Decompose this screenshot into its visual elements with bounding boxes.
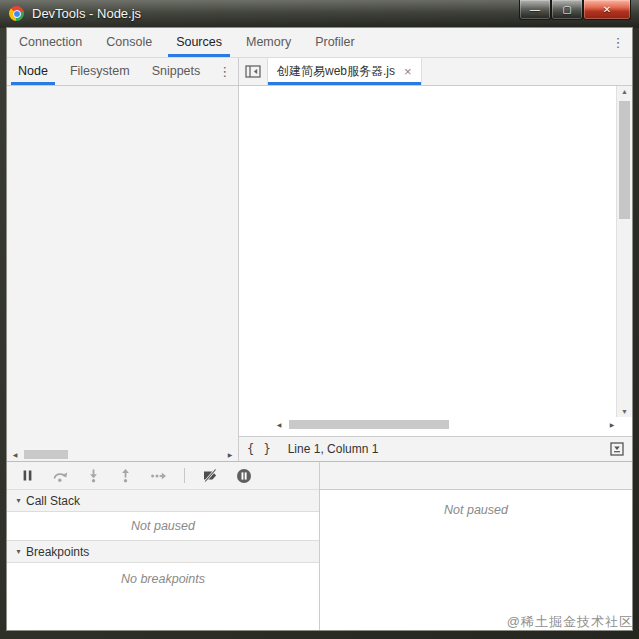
debugger-toolbar (7, 462, 319, 490)
scroll-thumb[interactable] (24, 450, 68, 459)
toolbar-divider (184, 468, 185, 483)
scroll-left-icon[interactable]: ◀ (274, 421, 284, 428)
source-editor: ▲ ▼ ◀ ▶ { } Line 1, Column 1 (239, 86, 632, 461)
maximize-button[interactable]: ▢ (551, 0, 583, 20)
code-area[interactable] (239, 86, 616, 417)
navigator-more-menu-icon[interactable]: ⋮ (211, 58, 238, 85)
chrome-logo-icon (9, 6, 24, 21)
breakpoints-title: Breakpoints (26, 545, 89, 559)
minimize-button[interactable]: — (519, 0, 551, 20)
editor-vscrollbar[interactable]: ▲ ▼ (616, 86, 632, 417)
scroll-up-icon[interactable]: ▲ (617, 88, 632, 95)
editor-tab-strip: 创建简易web服务器.js × (239, 58, 632, 85)
editor-hscrollbar[interactable]: ◀ ▶ (274, 417, 617, 431)
pause-on-exceptions-icon[interactable] (236, 468, 252, 484)
editor-tab-file[interactable]: 创建简易web服务器.js × (267, 58, 422, 85)
file-tree (7, 86, 238, 447)
navigator-hscrollbar[interactable]: ◀ ▶ (7, 447, 238, 461)
scroll-thumb[interactable] (619, 101, 630, 219)
editor-tab-close-icon[interactable]: × (404, 65, 412, 78)
main-tab-bar: ConnectionConsoleSourcesMemoryProfiler ⋮ (7, 28, 632, 58)
watermark: @稀土掘金技术社区 (507, 613, 633, 631)
navigator-tab-bar: NodeFilesystemSnippets ⋮ (7, 58, 239, 85)
scroll-right-icon[interactable]: ▶ (225, 451, 235, 458)
editor-tab-label: 创建简易web服务器.js (277, 63, 395, 80)
breakpoints-header[interactable]: ▾ Breakpoints (7, 540, 319, 563)
step-out-icon[interactable] (118, 468, 133, 483)
navigator-tab-node[interactable]: Node (7, 58, 59, 85)
tab-sources[interactable]: Sources (164, 28, 234, 57)
navigator-tab-snippets[interactable]: Snippets (141, 58, 212, 85)
debugger-pane: ▾ Call Stack Not paused ▾ Breakpoints No… (7, 462, 320, 630)
dock-panel-icon[interactable] (610, 442, 624, 456)
main-more-menu-icon[interactable]: ⋮ (604, 28, 632, 57)
navigator-pane: ◀ ▶ (7, 86, 239, 461)
close-button[interactable]: ✕ (583, 0, 631, 20)
step-icon[interactable] (150, 468, 167, 483)
scope-content: Not paused (320, 490, 632, 630)
call-stack-header[interactable]: ▾ Call Stack (7, 490, 319, 512)
deactivate-breakpoints-icon[interactable] (202, 468, 219, 483)
title-bar: DevTools - Node.js — ▢ ✕ (0, 0, 639, 28)
pretty-print-icon[interactable]: { } (247, 442, 272, 456)
step-into-icon[interactable] (86, 468, 101, 483)
navigator-tab-filesystem[interactable]: Filesystem (59, 58, 141, 85)
hide-navigator-icon[interactable] (239, 58, 267, 85)
devtools-window: ConnectionConsoleSourcesMemoryProfiler ⋮… (7, 28, 632, 630)
call-stack-title: Call Stack (26, 494, 80, 508)
call-stack-empty: Not paused (7, 512, 319, 540)
scroll-thumb[interactable] (289, 420, 449, 429)
breakpoints-empty: No breakpoints (7, 563, 319, 630)
scope-watch-pane: Not paused (320, 462, 632, 630)
cursor-position: Line 1, Column 1 (288, 442, 379, 456)
window-title: DevTools - Node.js (32, 6, 141, 21)
pause-script-icon[interactable] (20, 468, 35, 483)
tab-memory[interactable]: Memory (234, 28, 303, 57)
editor-status-bar: { } Line 1, Column 1 (239, 436, 632, 461)
collapse-triangle-icon[interactable]: ▾ (13, 547, 24, 556)
tab-console[interactable]: Console (94, 28, 164, 57)
scope-watch-tab-bar (320, 462, 632, 490)
scroll-right-icon[interactable]: ▶ (607, 421, 617, 428)
collapse-triangle-icon[interactable]: ▾ (13, 496, 24, 505)
scroll-down-icon[interactable]: ▼ (617, 408, 632, 415)
step-over-icon[interactable] (52, 468, 69, 483)
tab-profiler[interactable]: Profiler (303, 28, 367, 57)
tab-connection[interactable]: Connection (7, 28, 94, 57)
scroll-left-icon[interactable]: ◀ (10, 451, 20, 458)
